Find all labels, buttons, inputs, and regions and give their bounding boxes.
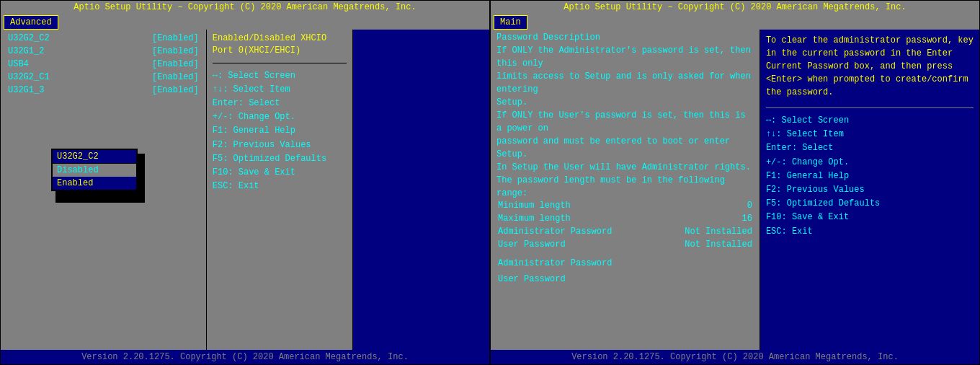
pw-desc-line-7: The password length must be in the follo… [496,174,754,200]
left-panel: Aptio Setup Utility – Copyright (C) 2020… [0,0,490,365]
value-u32g1-2: [Enabled] [152,46,199,56]
left-tab-bar: Advanced [1,14,489,30]
r-key-f10-save: F10: Save & Exit [766,211,974,224]
setting-row-u32g1-3[interactable]: U32G1_3 [Enabled] [6,84,200,96]
r-key-select-screen: ↔: Select Screen [766,114,974,128]
key-select-screen: ↔: Select Screen [213,69,347,83]
setting-row-u32g2c1[interactable]: U32G2_C1 [Enabled] [6,71,200,83]
pw-value-max-length: 16 [741,214,752,224]
left-settings-pane: U32G2_C2 [Enabled] U32G1_2 [Enabled] USB… [1,30,206,350]
r-key-f1-help: F1: General Help [766,170,974,183]
pw-desc-line-1: If ONLY the Administrator's password is … [496,44,754,70]
left-panel-content: U32G2_C2 [Enabled] U32G1_2 [Enabled] USB… [1,30,489,350]
right-footer: Version 2.20.1275. Copyright (C) 2020 Am… [491,350,979,364]
password-right-pane: To clear the administrator password, key… [760,30,979,350]
pw-label-min-length: Minimum length [498,201,571,211]
pw-help-text: To clear the administrator password, key… [766,34,974,99]
left-header: Aptio Setup Utility – Copyright (C) 2020… [1,1,489,14]
password-left-pane: Password Description If ONLY the Adminis… [491,30,760,350]
tab-advanced[interactable]: Advanced [4,15,58,30]
r-key-f2-prev: F2: Previous Values [766,183,974,197]
r-key-f5-defaults: F5: Optimized Defaults [766,197,974,211]
pw-desc-line-5: password and must be entered to boot or … [496,135,754,161]
right-header: Aptio Setup Utility – Copyright (C) 2020… [491,1,979,14]
r-key-esc-exit: ESC: Exit [766,225,974,239]
left-description: Enabled/Disabled XHCIO Port 0(XHCI/EHCI) [213,32,347,57]
key-change-opt: +/-: Change Opt. [213,110,347,124]
r-key-change-opt: +/-: Change Opt. [766,156,974,170]
left-footer-text: Version 2.20.1275. Copyright (C) 2020 Am… [81,352,409,362]
right-key-help: ↔: Select Screen ↑↓: Select Item Enter: … [766,114,974,239]
key-select-item: ↑↓: Select Item [213,83,347,97]
right-tab-bar: Main [491,14,979,30]
dropdown-title: U32G2_C2 [53,150,136,164]
key-esc-exit: ESC: Exit [213,180,347,193]
pw-label-max-length: Maximum length [498,214,571,224]
right-header-title: Aptio Setup Utility – Copyright (C) 2020… [564,2,906,12]
pw-row-min-length: Minimum length 0 [496,200,754,211]
label-u32g2c2: U32G2_C2 [8,33,50,43]
pw-desc-line-6: In Setup the User will have Administrato… [496,161,754,174]
left-right-pane [352,30,489,350]
label-u32g2c1: U32G2_C1 [8,72,50,82]
left-middle-pane: Enabled/Disabled XHCIO Port 0(XHCI/EHCI)… [206,30,352,350]
setting-row-usb4[interactable]: USB4 [Enabled] [6,58,200,70]
left-footer: Version 2.20.1275. Copyright (C) 2020 Am… [1,350,489,364]
label-u32g1-2: U32G1_2 [8,46,44,56]
pw-desc-line-3: Setup. [496,96,754,109]
right-divider [766,107,974,108]
left-key-help: ↔: Select Screen ↑↓: Select Item Enter: … [213,69,347,194]
pw-value-admin-pw: Not Installed [685,227,752,237]
value-u32g2c2: [Enabled] [152,33,199,43]
dropdown-item-enabled[interactable]: Enabled [53,177,136,190]
label-u32g1-3: U32G1_3 [8,85,44,95]
dropdown-item-disabled[interactable]: Disabled [53,164,136,177]
r-key-select-item: ↑↓: Select Item [766,128,974,141]
pw-label-user-pw: User Password [498,239,566,250]
right-footer-text: Version 2.20.1275. Copyright (C) 2020 Am… [571,352,899,362]
label-usb4: USB4 [8,59,29,69]
dropdown-popup[interactable]: U32G2_C2 Disabled Enabled [51,149,138,191]
pw-row-max-length: Maximum length 16 [496,213,754,224]
pw-desc-line-4: If ONLY the User's password is set, then… [496,109,754,135]
pw-value-min-length: 0 [747,201,752,211]
user-password-link[interactable]: User Password [496,273,754,285]
pw-value-user-pw: Not Installed [685,239,752,250]
value-usb4: [Enabled] [152,59,199,69]
key-f1-help: F1: General Help [213,124,347,138]
pw-desc-title: Password Description [496,32,754,43]
key-f5-defaults: F5: Optimized Defaults [213,152,347,166]
pw-desc-line-2: limits access to Setup and is only asked… [496,70,754,96]
pw-row-admin-pw: Administrator Password Not Installed [496,226,754,237]
key-enter-select: Enter: Select [213,97,347,110]
left-divider [213,63,347,63]
pw-row-user-pw: User Password Not Installed [496,239,754,250]
setting-row-u32g1-2[interactable]: U32G1_2 [Enabled] [6,45,200,57]
right-panel-content: Password Description If ONLY the Adminis… [491,30,979,350]
pw-desc-block: If ONLY the Administrator's password is … [496,44,754,200]
value-u32g2c1: [Enabled] [152,72,199,82]
key-f2-prev: F2: Previous Values [213,138,347,152]
setting-row-u32g2c2[interactable]: U32G2_C2 [Enabled] [6,32,200,44]
left-header-title: Aptio Setup Utility – Copyright (C) 2020… [74,2,416,12]
pw-label-admin-pw: Administrator Password [498,227,612,237]
right-panel: Aptio Setup Utility – Copyright (C) 2020… [490,0,980,365]
value-u32g1-3: [Enabled] [152,85,199,95]
admin-password-link[interactable]: Administrator Password [496,258,754,269]
key-f10-save: F10: Save & Exit [213,166,347,180]
tab-main[interactable]: Main [494,15,527,30]
r-key-enter-select: Enter: Select [766,141,974,155]
